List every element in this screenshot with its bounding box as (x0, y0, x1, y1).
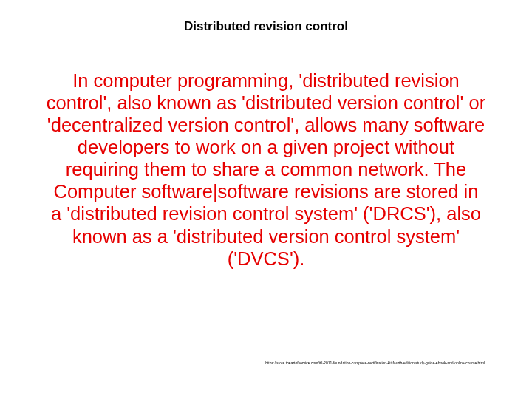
slide-body-text: In computer programming, 'distributed re… (46, 69, 486, 270)
footer-url: https://store.theartofservice.com/itil-2… (47, 361, 485, 365)
slide-title: Distributed revision control (0, 19, 532, 34)
slide: Distributed revision control In computer… (0, 0, 532, 399)
